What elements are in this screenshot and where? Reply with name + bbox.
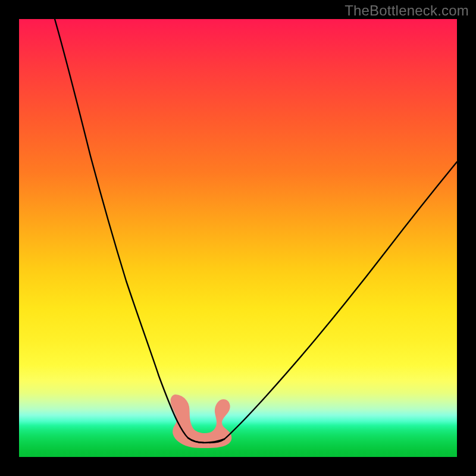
plot-area — [19, 19, 457, 457]
curve-layer — [19, 19, 457, 457]
right-curve — [209, 162, 457, 443]
watermark: TheBottleneck.com — [345, 2, 469, 19]
chart-frame: TheBottleneck.com — [0, 0, 476, 476]
left-curve — [55, 19, 203, 443]
